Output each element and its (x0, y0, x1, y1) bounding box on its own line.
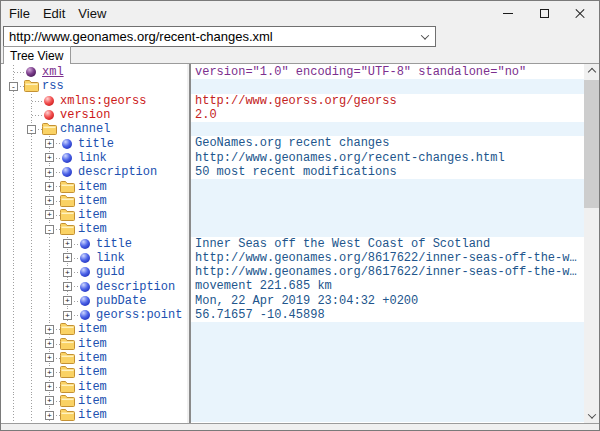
tree-node[interactable]: +description (5, 165, 187, 179)
minimize-button[interactable] (490, 1, 526, 25)
tree-node[interactable]: +item (5, 394, 187, 408)
tree-node[interactable]: +item (5, 322, 187, 336)
tree-guide: + (41, 194, 59, 208)
scrollbar-thumb[interactable] (584, 80, 599, 208)
chevron-down-icon (587, 410, 595, 418)
tree-guide: + (41, 179, 59, 193)
close-button[interactable] (562, 1, 598, 25)
expander-plus-icon[interactable]: + (45, 353, 54, 362)
menu-file[interactable]: File (9, 6, 30, 21)
expander-plus-icon[interactable]: + (45, 368, 54, 377)
tree-node[interactable]: +item (5, 365, 187, 379)
menu-view[interactable]: View (78, 6, 106, 21)
expander-plus-icon[interactable]: + (63, 282, 72, 291)
value-row: http://www.geonames.org/recent-changes.h… (191, 151, 584, 165)
tab-tree-view[interactable]: Tree View (3, 46, 71, 64)
address-dropdown-button[interactable] (415, 27, 435, 46)
expander-plus-icon[interactable]: + (45, 325, 54, 334)
value-row: http://www.geonames.org/8617622/inner-se… (191, 265, 584, 279)
tree-guide: + (41, 208, 59, 222)
folder-icon (41, 122, 57, 136)
expander-plus-icon[interactable]: + (63, 268, 72, 277)
tree-guide: + (59, 279, 77, 293)
tree-node[interactable]: +item (5, 380, 187, 394)
tree-guide (23, 94, 41, 108)
value-row (191, 322, 584, 336)
bottom-frame (1, 423, 599, 430)
tree-node[interactable]: +title (5, 237, 187, 251)
tree-node-label: version (60, 108, 110, 122)
tree-guide (5, 194, 23, 208)
address-input[interactable] (4, 29, 415, 44)
tree-node-label: guid (96, 265, 125, 279)
tree-guide: + (41, 151, 59, 165)
tree-guide (5, 136, 23, 150)
tree-node-label: rss (42, 79, 64, 93)
expander-plus-icon[interactable]: + (63, 253, 72, 262)
value-row (191, 222, 584, 236)
tree-node[interactable]: +link (5, 151, 187, 165)
expander-plus-icon[interactable]: + (45, 196, 54, 205)
expander-plus-icon[interactable]: + (63, 239, 72, 248)
value-row (191, 208, 584, 222)
expander-plus-icon[interactable]: + (63, 311, 72, 320)
tree-node[interactable]: xml (5, 65, 187, 79)
tree-node[interactable]: +item (5, 408, 187, 422)
tree-node[interactable]: +title (5, 136, 187, 150)
tree-node[interactable]: +item (5, 337, 187, 351)
value-row: 50 most recent modifications (191, 165, 584, 179)
tree-node[interactable]: +guid (5, 265, 187, 279)
expander-plus-icon[interactable]: + (45, 382, 54, 391)
tree-guide (41, 279, 59, 293)
menu-edit[interactable]: Edit (43, 6, 65, 21)
scroll-up-button[interactable] (584, 64, 599, 79)
tree-node[interactable]: -rss (5, 79, 187, 93)
scroll-down-button[interactable] (584, 408, 599, 423)
expander-plus-icon[interactable]: + (45, 153, 54, 162)
tree-node[interactable]: -channel (5, 122, 187, 136)
tree-guide: + (41, 337, 59, 351)
tree-guide (5, 337, 23, 351)
expander-plus-icon[interactable]: + (45, 168, 54, 177)
tree-node[interactable]: version (5, 108, 187, 122)
expander-minus-icon[interactable]: - (45, 225, 54, 234)
address-combobox (3, 26, 436, 47)
chevron-down-icon (421, 31, 429, 39)
tree-guide (5, 108, 23, 122)
tree-node-label: link (96, 251, 125, 265)
expander-plus-icon[interactable]: + (45, 139, 54, 148)
expander-minus-icon[interactable]: - (27, 125, 36, 134)
value-list: version="1.0" encoding="UTF-8" standalon… (191, 64, 584, 423)
expander-minus-icon[interactable]: - (9, 82, 18, 91)
tree-node[interactable]: xmlns:georss (5, 94, 187, 108)
value-row (191, 122, 584, 136)
folder-icon (59, 222, 75, 236)
tree-node[interactable]: +pubDate (5, 294, 187, 308)
tree-node[interactable]: +item (5, 194, 187, 208)
tree-node[interactable]: +link (5, 251, 187, 265)
expander-plus-icon[interactable]: + (45, 396, 54, 405)
tree-node[interactable]: +georss:point (5, 308, 187, 322)
tree-node[interactable]: +item (5, 208, 187, 222)
tree-node-label: item (78, 208, 107, 222)
tree-guide (23, 394, 41, 408)
element-icon (59, 137, 75, 151)
expander-plus-icon[interactable]: + (45, 210, 54, 219)
expander-plus-icon[interactable]: + (63, 296, 72, 305)
tree-node[interactable]: +description (5, 279, 187, 293)
expander-plus-icon[interactable]: + (45, 182, 54, 191)
expander-plus-icon[interactable]: + (45, 339, 54, 348)
value-row (191, 380, 584, 394)
tree-guide (23, 351, 41, 365)
content-area: xml-rssxmlns:georssversion-channel+title… (1, 63, 599, 423)
expander-plus-icon[interactable]: + (45, 411, 54, 420)
scrollbar-track[interactable] (584, 79, 599, 408)
maximize-button[interactable] (526, 1, 562, 25)
tree-guide (5, 322, 23, 336)
tree-guide (23, 136, 41, 150)
tree-node[interactable]: +item (5, 351, 187, 365)
attribute-icon (41, 108, 57, 122)
tree-node[interactable]: +item (5, 179, 187, 193)
vertical-scrollbar[interactable] (584, 64, 599, 423)
tree-node[interactable]: -item (5, 222, 187, 236)
